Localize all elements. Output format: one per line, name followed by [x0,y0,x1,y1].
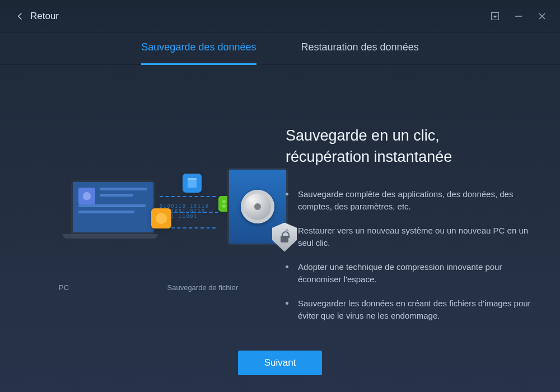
file-backup-label: Sauvegarde de fichier [167,283,238,292]
headline: Sauvegarde en un clic, récupération inst… [286,125,532,168]
tabs: Sauvegarde des données Restauration des … [0,32,560,65]
gear-icon [151,208,171,228]
feature-item: Sauvegarder les données en créant des fi… [286,297,532,323]
feature-list: Sauvegarde complète des applications, de… [286,188,532,323]
illustration-panel: 0100110 101101101001 01100101 11001 PC S… [28,99,269,334]
titlebar: Retour [0,0,560,32]
content: 0100110 101101101001 01100101 11001 PC S… [0,65,560,351]
feature-item: Adopter une technique de compression inn… [286,261,532,286]
dropdown-icon[interactable] [491,12,500,21]
tab-backup[interactable]: Sauvegarde des données [141,41,256,55]
laptop-icon [68,180,158,242]
minimize-button[interactable] [514,12,523,21]
feature-item: Sauvegarde complète des applications, de… [286,188,532,213]
close-button[interactable] [538,12,547,21]
document-icon [183,174,202,193]
back-label: Retour [30,11,59,22]
arrow-left-icon [16,12,25,21]
feature-item: Restaurer vers un nouveau système ou un … [286,225,532,250]
text-panel: Sauvegarde en un clic, récupération inst… [286,99,532,334]
backup-illustration: 0100110 101101101001 01100101 11001 [28,164,269,276]
footer: Suivant [0,351,560,375]
window-controls [491,12,547,21]
tab-restore[interactable]: Restauration des données [301,41,419,55]
pc-label: PC [59,283,69,292]
illustration-labels: PC Sauvegarde de fichier [48,283,249,292]
back-button[interactable]: Retour [16,11,59,22]
next-button[interactable]: Suivant [238,351,322,375]
